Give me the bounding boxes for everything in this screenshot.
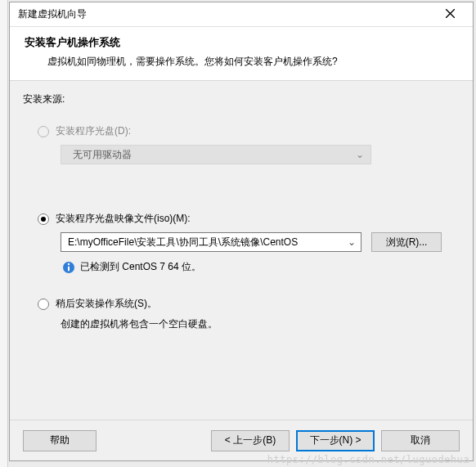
chevron-down-icon: ⌄	[356, 149, 364, 160]
radio-later-label: 稍后安装操作系统(S)。	[56, 297, 157, 311]
wizard-footer: 帮助 < 上一步(B) 下一步(N) > 取消	[10, 420, 473, 460]
close-icon	[446, 9, 455, 20]
iso-path-combobox[interactable]: E:\myOfficeFile\安装工具\协同工具\系统镜像\CentOS ⌄	[61, 232, 361, 252]
os-detected-row: 已检测到 CentOS 7 64 位。	[62, 260, 460, 274]
back-button[interactable]: < 上一步(B)	[211, 430, 290, 451]
wizard-header: 安装客户机操作系统 虚拟机如同物理机，需要操作系统。您将如何安装客户机操作系统?	[10, 27, 473, 81]
disc-drive-dropdown: 无可用驱动器 ⌄	[61, 145, 371, 164]
chevron-down-icon: ⌄	[348, 236, 356, 248]
later-option-note: 创建的虚拟机将包含一个空白硬盘。	[61, 317, 460, 331]
radio-option-later[interactable]: 稍后安装操作系统(S)。	[38, 297, 460, 311]
svg-point-4	[68, 263, 70, 264]
iso-path-value: E:\myOfficeFile\安装工具\协同工具\系统镜像\CentOS	[68, 236, 348, 249]
radio-iso-label: 安装程序光盘映像文件(iso)(M):	[56, 212, 191, 226]
window-close-button[interactable]	[433, 3, 466, 26]
wizard-header-title: 安装客户机操作系统	[25, 35, 458, 50]
radio-icon	[38, 299, 49, 310]
os-detected-text: 已检测到 CentOS 7 64 位。	[80, 260, 201, 274]
info-icon	[62, 261, 75, 274]
titlebar: 新建虚拟机向导	[10, 2, 473, 27]
radio-disc-label: 安装程序光盘(D):	[56, 124, 131, 138]
next-button[interactable]: 下一步(N) >	[296, 430, 375, 451]
browse-button[interactable]: 浏览(R)...	[371, 232, 442, 252]
cancel-button[interactable]: 取消	[381, 430, 460, 451]
install-source-label: 安装来源:	[23, 92, 460, 106]
radio-option-disc: 安装程序光盘(D):	[38, 124, 460, 138]
wizard-content: 安装来源: 安装程序光盘(D): 无可用驱动器 ⌄ 安装程序光盘映像文件(iso…	[10, 81, 473, 420]
background-fragment	[0, 0, 8, 467]
wizard-header-subtitle: 虚拟机如同物理机，需要操作系统。您将如何安装客户机操作系统?	[47, 55, 458, 69]
radio-option-iso[interactable]: 安装程序光盘映像文件(iso)(M):	[38, 212, 460, 226]
radio-icon	[38, 126, 49, 137]
disc-drive-value: 无可用驱动器	[73, 148, 132, 162]
window-title: 新建虚拟机向导	[18, 7, 433, 21]
new-vm-wizard-dialog: 新建虚拟机向导 安装客户机操作系统 虚拟机如同物理机，需要操作系统。您将如何安装…	[9, 2, 474, 461]
help-button[interactable]: 帮助	[23, 430, 97, 451]
radio-icon	[38, 213, 49, 225]
svg-rect-3	[68, 266, 70, 271]
